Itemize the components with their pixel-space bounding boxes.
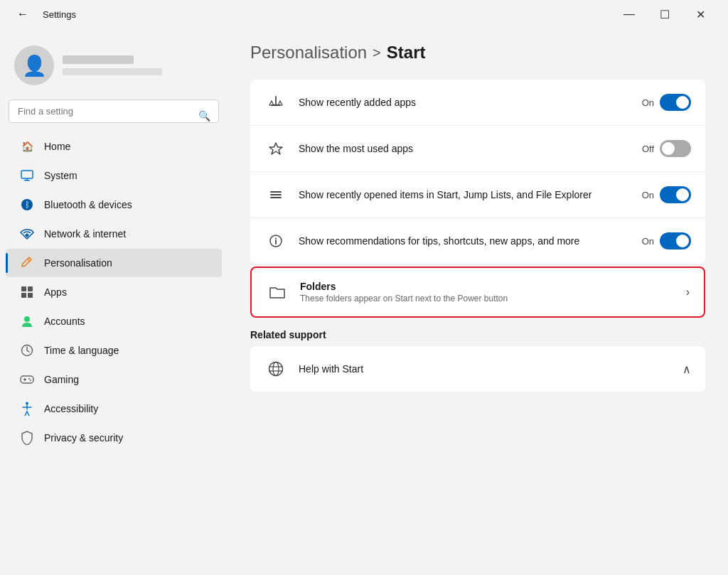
most-used-control: Off [642,140,691,157]
home-icon: 🏠 [20,139,34,154]
avatar: 👤 [14,45,54,85]
sidebar-item-label: System [44,170,77,181]
content-area: Personalisation > Start Show recently ad… [228,28,728,575]
window-controls: — ☐ ✕ [613,3,717,26]
breadcrumb-chevron: > [373,45,381,61]
svg-rect-9 [28,293,33,298]
most-used-text: Show the most used apps [299,142,631,155]
recently-added-control: On [642,94,691,111]
main-container: 👤 🔍 🏠 Home System [0,28,728,575]
setting-recently-opened: Show recently opened items in Start, Jum… [250,172,705,218]
setting-recommendations: Show recommendations for tips, shortcuts… [250,218,705,264]
search-input[interactable] [9,100,219,123]
app-title: Settings [43,9,76,20]
most-used-icon [264,137,287,160]
most-used-state-label: Off [642,144,654,154]
recommendations-text: Show recommendations for tips, shortcuts… [299,235,631,247]
svg-rect-1 [24,180,30,181]
sidebar-item-label: Accessibility [44,403,98,414]
recently-opened-state-label: On [642,190,654,200]
recently-opened-toggle[interactable] [660,186,691,203]
recently-added-state-label: On [642,97,654,108]
svg-rect-8 [21,293,26,298]
accounts-icon [20,314,34,328]
minimize-button[interactable]: — [613,3,646,26]
sidebar-item-label: Home [44,141,70,152]
help-start-row[interactable]: Help with Start ∧ [250,346,705,392]
system-icon [20,168,34,183]
sidebar-item-network[interactable]: Network & internet [6,220,222,248]
help-start-chevron: ∧ [682,362,691,376]
recommendations-toggle[interactable] [660,232,691,249]
svg-marker-18 [269,143,282,154]
search-container: 🔍 [0,100,228,131]
breadcrumb: Personalisation [250,43,367,63]
svg-rect-7 [28,286,33,291]
sidebar-item-apps[interactable]: Apps [6,278,222,306]
folders-chevron: › [686,286,690,299]
sidebar-item-label: Accounts [44,316,85,327]
svg-point-26 [273,362,279,376]
sidebar-item-personalisation[interactable]: Personalisation [6,249,222,277]
sidebar-item-accessibility[interactable]: Accessibility [6,394,222,423]
network-icon [20,227,34,241]
recently-added-toggle[interactable] [660,94,691,111]
recommendations-icon [264,230,287,252]
most-used-toggle[interactable] [660,140,691,157]
related-support-label: Related support [250,329,705,340]
svg-point-17 [26,402,28,405]
folders-icon [266,281,289,303]
accessibility-icon [20,402,34,416]
sidebar-item-home[interactable]: 🏠 Home [6,132,222,161]
folders-title: Folders [300,281,675,292]
settings-card: Show recently added apps On Show the mos… [250,80,705,264]
setting-recently-added: Show recently added apps On [250,80,705,126]
sidebar-item-system[interactable]: System [6,161,222,190]
folders-text: Folders These folders appear on Start ne… [300,281,675,303]
sidebar-item-label: Apps [44,286,67,298]
svg-point-25 [269,362,283,376]
sidebar-item-label: Bluetooth & devices [44,199,132,210]
setting-most-used: Show the most used apps Off [250,126,705,172]
svg-point-10 [24,316,30,322]
recommendations-state-label: On [642,236,654,247]
svg-rect-12 [21,376,33,383]
help-start-icon [264,358,287,380]
svg-point-16 [30,380,31,381]
sidebar-item-label: Personalisation [44,257,112,269]
folders-card[interactable]: Folders These folders appear on Start ne… [250,267,705,318]
recently-added-text: Show recently added apps [299,96,631,109]
svg-rect-0 [21,171,33,178]
folders-row[interactable]: Folders These folders appear on Start ne… [252,268,704,316]
close-button[interactable]: ✕ [684,3,717,26]
title-bar-left: ← Settings [11,3,76,26]
recently-opened-control: On [642,186,691,203]
sidebar-item-gaming[interactable]: Gaming [6,365,222,394]
maximize-button[interactable]: ☐ [648,3,681,26]
support-card: Help with Start ∧ [250,346,705,392]
recently-opened-text: Show recently opened items in Start, Jum… [299,188,631,201]
back-button[interactable]: ← [11,3,34,26]
recommendations-control: On [642,232,691,249]
search-icon: 🔍 [198,110,210,122]
personalisation-icon [20,256,34,270]
user-profile: 👤 [0,37,228,100]
svg-rect-6 [21,286,26,291]
recently-added-icon [264,91,287,114]
sidebar-item-label: Privacy & security [44,432,123,444]
sidebar-item-privacy[interactable]: Privacy & security [6,424,222,452]
sidebar-item-bluetooth[interactable]: ᛒ Bluetooth & devices [6,190,222,219]
gaming-icon [20,372,34,387]
sidebar-item-time[interactable]: Time & language [6,336,222,365]
svg-point-15 [28,378,30,380]
user-email [63,68,162,75]
time-icon [20,343,34,358]
apps-icon [20,285,34,299]
svg-point-24 [275,238,277,240]
user-name [63,55,134,64]
avatar-icon: 👤 [22,54,47,77]
recently-opened-icon [264,183,287,206]
sidebar-item-label: Network & internet [44,228,126,240]
nav-list: 🏠 Home System ᛒ Bluetooth & devices Net [0,131,228,453]
sidebar-item-accounts[interactable]: Accounts [6,307,222,335]
